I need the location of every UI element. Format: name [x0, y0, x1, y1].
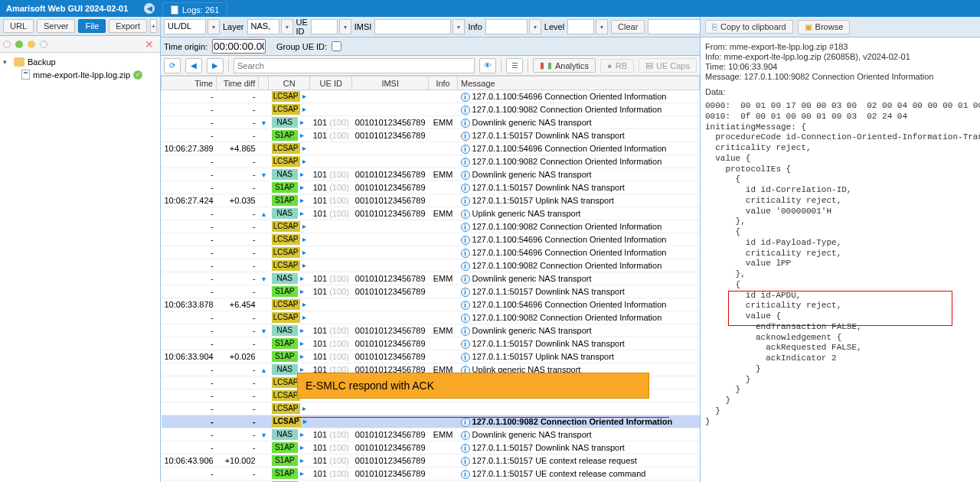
tree-backup-node[interactable]: ▾ Backup	[2, 56, 158, 68]
tree-file-node[interactable]: mme-export-lte-lpp.log.zip ✓	[2, 68, 158, 81]
table-row[interactable]: 10:06:33.878+6.454LCSAP ▸i127.0.1.100:54…	[162, 298, 700, 311]
col-info[interactable]: Info	[429, 77, 458, 90]
table-row[interactable]: --LCSAP ▸i127.0.1.100:9082 Connection Or…	[162, 155, 700, 168]
col-dir[interactable]	[259, 77, 269, 90]
col-ueid[interactable]: UE ID	[310, 77, 352, 90]
table-row[interactable]: --▴NAS ▸101 (100)001010123456789EMMiUpli…	[162, 207, 700, 220]
table-row[interactable]: --S1AP ▸101 (100)001010123456789i127.0.1…	[162, 337, 700, 350]
table-row[interactable]: --▾NAS ▸101 (100)001010123456789EMMiDown…	[162, 272, 700, 285]
chevron-right-icon: ▸	[300, 456, 304, 464]
log-table-container: Time Time diff CN UE ID IMSI Info Messag…	[161, 76, 700, 482]
prev-icon[interactable]: ◀	[185, 58, 202, 73]
table-row[interactable]: --LCSAP ▸i127.0.1.100:9082 Connection Or…	[162, 311, 700, 324]
copy-icon: ⎘	[712, 22, 717, 31]
export-button[interactable]: Export	[109, 19, 147, 33]
chevron-right-icon: ▸	[302, 300, 306, 308]
table-row[interactable]: --LCSAP ▸i127.0.1.100:9082 Connection Or…	[162, 103, 700, 116]
info-combo[interactable]: ▾	[485, 19, 541, 34]
next-icon[interactable]: ▶	[207, 58, 224, 73]
ueid-combo[interactable]: ▾	[311, 19, 351, 34]
layer-combo[interactable]: NAS, ...▾	[247, 19, 293, 34]
chevron-down-icon: ▾	[339, 19, 351, 34]
log-table: Time Time diff CN UE ID IMSI Info Messag…	[161, 76, 700, 482]
file-icon	[171, 5, 178, 15]
separator	[228, 59, 229, 73]
table-row[interactable]: --LCSAP ▸i127.0.1.100:9082 Connection Or…	[162, 220, 700, 233]
table-row[interactable]: 10:06:27.424+0.035S1AP ▸101 (100)0010101…	[162, 194, 700, 207]
col-imsi[interactable]: IMSI	[352, 77, 429, 90]
info-icon: i	[461, 431, 470, 440]
report-icon: ▤	[645, 60, 653, 70]
sidebar-status-bar: ✕	[0, 36, 160, 53]
table-row[interactable]: --▾NAS ▸101 (100)001010123456789EMMiDown…	[162, 168, 700, 181]
col-time[interactable]: Time	[162, 77, 217, 90]
table-row[interactable]: --LCSAP ▸i127.0.1.100:9082 Connection Or…	[162, 415, 700, 428]
sidebar-toolbar: URL Server File Export +	[0, 17, 160, 36]
rb-button[interactable]: ● RB	[600, 59, 634, 73]
table-row[interactable]: --LCSAP ▸i127.0.1.100:54696 Connection O…	[162, 246, 700, 259]
col-cn[interactable]: CN	[269, 77, 310, 90]
table-row[interactable]: --▾NAS ▸101 (100)001010123456789EMMiDown…	[162, 116, 700, 129]
info-icon: i	[461, 275, 470, 284]
table-row[interactable]: --S1AP ▸101 (100)001010123456789i127.0.1…	[162, 181, 700, 194]
search-input[interactable]	[234, 58, 475, 73]
info-icon: i	[461, 301, 470, 310]
url-button[interactable]: URL	[3, 19, 34, 33]
chevron-right-icon: ▸	[302, 248, 306, 256]
imsi-combo[interactable]: ▾	[374, 19, 465, 34]
copy-button[interactable]: ⎘ Copy to clipboard	[705, 20, 793, 34]
server-button[interactable]: Server	[37, 19, 75, 33]
green-dot-icon	[15, 41, 23, 48]
uecaps-button[interactable]: ▤ UE Caps	[639, 58, 697, 73]
group-ueid-checkbox[interactable]	[332, 41, 341, 51]
table-row[interactable]: --LCSAP ▸i127.0.1.100:9082 Connection Or…	[162, 259, 700, 272]
separator	[528, 59, 528, 73]
table-row[interactable]: 10:06:33.904+0.026S1AP ▸101 (100)0010101…	[162, 350, 700, 363]
table-row[interactable]: --S1AP ▸101 (100)001010123456789i127.0.1…	[162, 129, 700, 142]
table-row[interactable]: --LCSAP ▸i127.0.1.100:54696 Connection O…	[162, 90, 700, 103]
table-row[interactable]: 10:06:27.389+4.865LCSAP ▸i127.0.1.100:54…	[162, 142, 700, 155]
tab-logs[interactable]: Logs: 261	[162, 2, 227, 17]
table-row[interactable]: --S1AP ▸101 (100)001010123456789i127.0.1…	[162, 441, 700, 454]
table-row[interactable]: --▾NAS ▸101 (100)001010123456789EMMiDown…	[162, 428, 700, 441]
table-row[interactable]: --S1AP ▸101 (100)001010123456789i127.0.1…	[162, 285, 700, 298]
direction-icon: ▾	[262, 171, 266, 179]
direction-icon: ▴	[262, 210, 266, 218]
chevron-right-icon: ▸	[302, 261, 306, 269]
chevron-down-icon: ▾	[207, 19, 220, 34]
time-origin-input[interactable]	[212, 39, 266, 54]
detail-toolbar: ⎘ Copy to clipboard ▣ Browse	[701, 17, 980, 37]
chevron-right-icon: ▸	[300, 339, 304, 347]
uldl-combo[interactable]: UL/DL▾	[164, 19, 220, 34]
refresh-icon[interactable]: ⟳	[164, 58, 181, 73]
info-icon: i	[461, 353, 470, 362]
table-row[interactable]: --S1AP ▸101 (100)001010123456789i127.0.1…	[162, 467, 700, 480]
close-icon[interactable]: ✕	[142, 38, 157, 50]
table-row[interactable]: --▾NAS ▸101 (100)001010123456789EMMiDown…	[162, 324, 700, 337]
menu-icon[interactable]: ☰	[506, 58, 523, 73]
col-message[interactable]: Message	[458, 77, 700, 90]
table-row[interactable]: --LCSAP ▸i127.0.1.100:54696 Connection O…	[162, 233, 700, 246]
col-timediff[interactable]: Time diff	[217, 77, 259, 90]
info-icon: i	[461, 340, 470, 349]
clear-button[interactable]: Clear	[611, 20, 645, 34]
level-combo[interactable]: ▾	[567, 19, 608, 34]
browse-button[interactable]: ▣ Browse	[798, 20, 851, 34]
table-row[interactable]: 10:06:43.906+10.002S1AP ▸101 (100)001010…	[162, 454, 700, 467]
preset-combo[interactable]: ▾	[648, 19, 701, 34]
chevron-down-icon: ▾	[529, 19, 541, 34]
file-button[interactable]: File	[78, 19, 106, 33]
binoculars-icon[interactable]: 👁	[479, 58, 496, 73]
add-small-icon[interactable]: +	[150, 19, 157, 33]
info-icon: i	[461, 314, 470, 323]
chevron-right-icon: ▸	[302, 222, 306, 230]
analytics-button[interactable]: ▮▮ Analytics	[533, 58, 596, 73]
chevron-down-icon: ▾	[452, 19, 465, 34]
chevron-right-icon: ▸	[300, 118, 304, 126]
collapse-sidebar-icon[interactable]: ◀	[144, 3, 155, 14]
table-row[interactable]: --LCSAP ▸	[162, 402, 700, 415]
chevron-right-icon: ▸	[302, 235, 306, 243]
log-panel: UL/DL▾ Layer NAS, ...▾ UE ID ▾ IMSI ▾ In…	[161, 17, 701, 482]
collapse-arrow-icon[interactable]: ▾	[3, 58, 11, 66]
detail-panel: ⎘ Copy to clipboard ▣ Browse From: mme-e…	[701, 17, 980, 482]
